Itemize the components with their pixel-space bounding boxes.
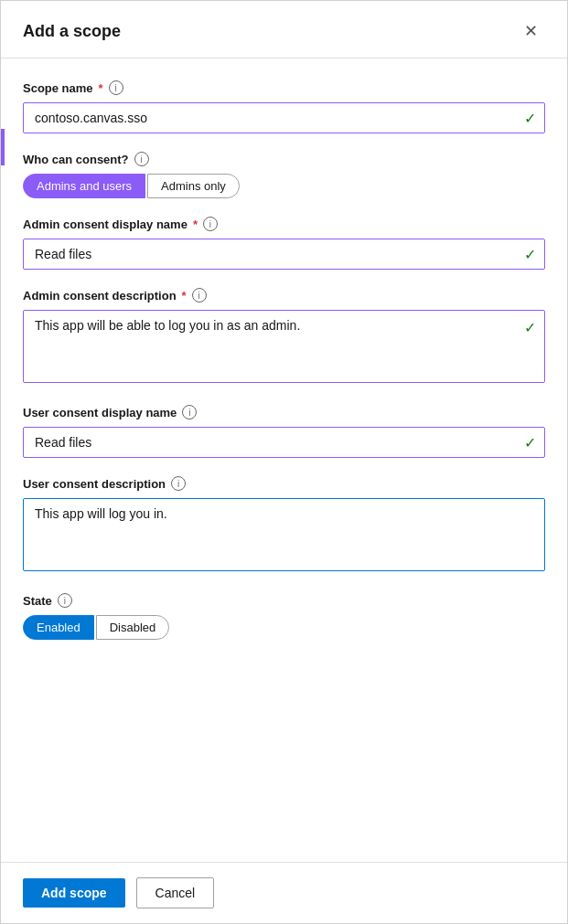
scope-name-info-icon[interactable]: i (109, 80, 123, 95)
state-group: State i Enabled Disabled (23, 593, 545, 640)
who-can-consent-toggle: Admins and users Admins only (23, 174, 545, 198)
user-consent-display-name-input-wrapper: ✓ (23, 427, 545, 458)
user-consent-display-name-input[interactable] (23, 427, 545, 458)
user-consent-description-wrapper: This app will log you in. (23, 498, 545, 575)
dialog-title: Add a scope (23, 22, 121, 41)
admin-consent-display-name-input-wrapper: ✓ (23, 239, 545, 270)
dialog-body: Scope name * i ✓ Who can consent? i Admi… (1, 58, 567, 862)
admin-consent-description-required: * (182, 289, 187, 303)
dialog-header: Add a scope ✕ (1, 1, 567, 58)
scope-name-label-text: Scope name (23, 81, 93, 95)
admin-consent-description-label-text: Admin consent description (23, 289, 177, 303)
scope-name-group: Scope name * i ✓ (23, 80, 545, 133)
user-consent-description-label: User consent description i (23, 476, 545, 491)
admin-consent-display-name-info-icon[interactable]: i (203, 217, 218, 231)
user-consent-description-group: User consent description i This app will… (23, 476, 545, 575)
user-consent-description-input[interactable]: This app will log you in. (23, 498, 545, 571)
admin-consent-display-name-group: Admin consent display name * i ✓ (23, 217, 545, 270)
admin-consent-description-input[interactable]: This app will be able to log you in as a… (23, 310, 545, 383)
admin-consent-description-group: Admin consent description * i This app w… (23, 288, 545, 387)
close-icon: ✕ (524, 22, 538, 40)
who-can-consent-label-text: Who can consent? (23, 153, 129, 166)
state-enabled-option[interactable]: Enabled (23, 615, 94, 640)
who-can-consent-info-icon[interactable]: i (134, 152, 149, 166)
scope-name-input-wrapper: ✓ (23, 102, 545, 133)
scope-name-input[interactable] (23, 102, 545, 133)
user-consent-display-name-info-icon[interactable]: i (182, 405, 197, 420)
add-scope-dialog: Add a scope ✕ Scope name * i ✓ Who can c… (0, 0, 568, 924)
who-can-consent-group: Who can consent? i Admins and users Admi… (23, 152, 545, 198)
admin-consent-display-name-label: Admin consent display name * i (23, 217, 545, 231)
scope-name-required: * (99, 81, 103, 95)
admin-consent-display-name-required: * (193, 218, 198, 231)
scope-name-label: Scope name * i (23, 80, 545, 95)
admin-consent-description-wrapper: This app will be able to log you in as a… (23, 310, 545, 387)
admin-consent-description-label: Admin consent description * i (23, 288, 545, 303)
add-scope-button[interactable]: Add scope (23, 878, 125, 908)
cancel-button[interactable]: Cancel (136, 877, 215, 908)
state-label-text: State (23, 594, 52, 608)
state-label: State i (23, 593, 545, 608)
admin-consent-description-info-icon[interactable]: i (192, 288, 207, 303)
admin-consent-display-name-input[interactable] (23, 239, 545, 270)
admin-consent-display-name-label-text: Admin consent display name (23, 218, 188, 231)
state-disabled-option[interactable]: Disabled (96, 615, 170, 640)
user-consent-display-name-label: User consent display name i (23, 405, 545, 420)
left-accent-decoration (1, 129, 5, 165)
who-can-consent-label: Who can consent? i (23, 152, 545, 166)
state-toggle: Enabled Disabled (23, 615, 545, 640)
user-consent-description-label-text: User consent description (23, 477, 166, 491)
state-info-icon[interactable]: i (58, 593, 72, 608)
user-consent-display-name-group: User consent display name i ✓ (23, 405, 545, 458)
consent-admins-only-option[interactable]: Admins only (147, 174, 240, 198)
consent-admins-and-users-option[interactable]: Admins and users (23, 174, 145, 198)
dialog-footer: Add scope Cancel (1, 862, 567, 923)
user-consent-description-info-icon[interactable]: i (171, 476, 186, 491)
close-button[interactable]: ✕ (517, 19, 545, 43)
user-consent-display-name-label-text: User consent display name (23, 406, 177, 420)
